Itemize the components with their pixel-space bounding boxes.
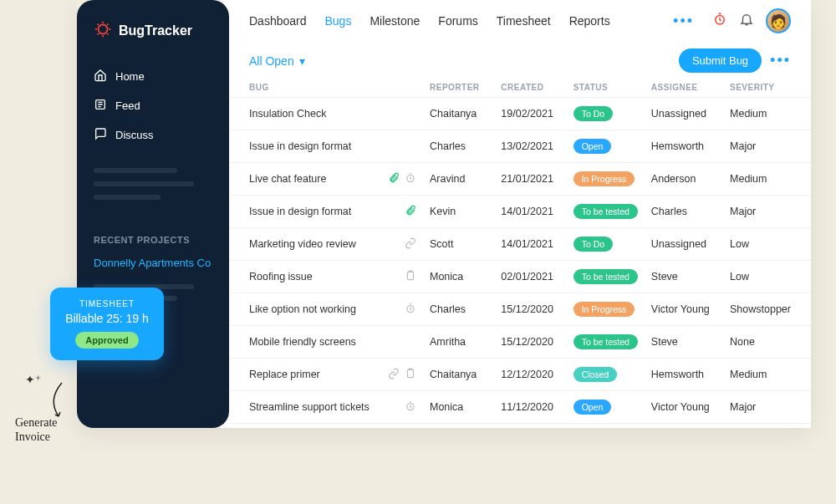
tab-reports[interactable]: Reports [569,14,610,28]
sidebar-item-label: Feed [115,99,140,112]
table-row[interactable]: Like option not working Charles 15/12/20… [229,293,811,326]
submit-bug-button[interactable]: Submit Bug [679,48,762,73]
assignee-cell: Anderson [645,163,723,196]
status-badge: To be tested [573,204,638,219]
tab-bugs[interactable]: Bugs [325,14,352,28]
timer-icon [405,303,416,317]
created-cell: 14/01/2021 [494,228,566,261]
severity-cell: Medium [723,98,811,130]
severity-cell: Low [723,261,811,293]
assignee-cell: Unassigned [645,98,723,130]
brand-name: BugTracker [119,23,192,38]
created-cell: 02/01/2021 [494,261,566,293]
link-icon [405,237,416,252]
filter-label: All Open [249,54,294,68]
bell-icon[interactable] [739,12,754,30]
topnav-more-icon[interactable]: ••• [673,13,694,30]
assignee-cell: Victor Young [645,391,723,424]
tab-timesheet[interactable]: Timesheet [497,14,551,28]
recent-project-item[interactable]: Donnelly Apartments Co [77,253,229,272]
sidebar-item-label: Home [115,70,145,83]
table-row[interactable]: Roofing issue Monica 02/01/2021 To be te… [229,261,811,293]
column-header[interactable]: CREATED [494,78,566,98]
status-badge: Closed [573,367,618,382]
sidebar-item-feed[interactable]: Feed [77,91,229,120]
arrow-icon [45,379,79,421]
timer-icon[interactable] [712,12,727,30]
topbar: DashboardBugsMilestoneForumsTimesheetRep… [229,0,811,42]
filter-more-icon[interactable]: ••• [770,52,791,69]
table-row[interactable]: Streamline support tickets Monica 11/12/… [229,391,811,424]
reporter-cell: Chaitanya [423,359,494,391]
bug-title: Insulation Check [249,108,326,120]
attach-icon [388,172,400,186]
created-cell: 15/12/2020 [494,293,566,326]
tab-forums[interactable]: Forums [438,14,477,28]
logo-icon [94,20,112,42]
column-header[interactable]: BUG [229,78,423,98]
reporter-cell: Charles [423,293,494,326]
timesheet-card[interactable]: TIMESHEET Billable 25: 19 h Approved [50,288,164,360]
severity-cell: Medium [723,359,811,391]
status-badge: To Do [573,237,613,252]
table-row[interactable]: Insulation Check Chaitanya 19/02/2021 To… [229,98,811,130]
reporter-cell: Amritha [423,326,494,359]
table-row[interactable]: Issue in design format Kevin 14/01/2021 … [229,196,811,228]
svg-rect-6 [408,369,414,377]
severity-cell: Major [723,424,811,429]
table-row[interactable]: Live chat feature Aravind 21/01/2021 In … [229,163,811,196]
tab-dashboard[interactable]: Dashboard [249,14,307,28]
sidebar: BugTracker HomeFeedDiscuss RECENT PROJEC… [77,0,229,428]
discuss-icon [94,127,107,143]
brand: BugTracker [77,20,229,62]
status-badge: To be tested [573,269,638,284]
severity-cell: Low [723,228,811,261]
table-row[interactable]: Issue in design format Charles 13/02/202… [229,130,811,163]
bug-title: Mobile friendly screens [249,336,356,348]
bug-title: Streamline support tickets [249,401,370,413]
reporter-cell: Charles [423,424,494,429]
reporter-cell: Chaitanya [423,98,494,130]
status-badge: To Do [573,106,613,121]
reporter-cell: Aravind [423,163,494,196]
table-row[interactable]: Marketing video review Scott 14/01/2021 … [229,228,811,261]
home-icon [94,69,107,84]
table-row[interactable]: Mobile friendly screens Amritha 15/12/20… [229,326,811,359]
svg-rect-4 [408,272,414,279]
table-row[interactable]: Replace defective switches Charles 11/12… [229,424,811,429]
recent-projects-header: RECENT PROJECTS [77,218,229,253]
reporter-cell: Charles [423,130,494,163]
filter-dropdown[interactable]: All Open ▾ [249,54,305,68]
sidebar-item-home[interactable]: Home [77,62,229,91]
reporter-cell: Scott [423,228,494,261]
column-header[interactable]: REPORTER [423,78,494,98]
avatar[interactable]: 🧑 [766,8,791,33]
created-cell: 14/01/2021 [494,196,566,228]
severity-cell: Showstopper [723,293,811,326]
bug-title: Like option not working [249,303,356,315]
svg-point-0 [99,25,108,34]
table-row[interactable]: Replace primer Chaitanya 12/12/2020 Clos… [229,359,811,391]
column-header[interactable]: ASSIGNEE [645,78,723,98]
tab-milestone[interactable]: Milestone [370,14,420,28]
annotation-text: Generate Invoice [15,416,90,445]
bug-title: Marketing video review [249,238,356,250]
status-badge: In Progress [573,302,635,317]
clipboard-icon [405,368,416,382]
sparkle-icon: ✦⁺ [25,373,41,386]
created-cell: 15/12/2020 [494,326,566,359]
column-header[interactable]: STATUS [567,78,645,98]
timesheet-card-line: Billable 25: 19 h [60,312,154,325]
sidebar-item-label: Discuss [115,129,154,141]
assignee-cell: Steve [645,261,723,293]
created-cell: 19/02/2021 [494,98,566,130]
bug-table: BUGREPORTERCREATEDSTATUSASSIGNEESEVERITY… [229,78,811,428]
bug-title: Replace primer [249,369,320,380]
timer-icon [405,172,416,186]
column-header[interactable]: SEVERITY [723,78,811,98]
chevron-down-icon: ▾ [299,54,305,68]
bug-title: Issue in design format [249,206,351,217]
sidebar-item-discuss[interactable]: Discuss [77,120,229,150]
reporter-cell: Monica [423,391,494,424]
assignee-cell: Charles [645,196,723,228]
